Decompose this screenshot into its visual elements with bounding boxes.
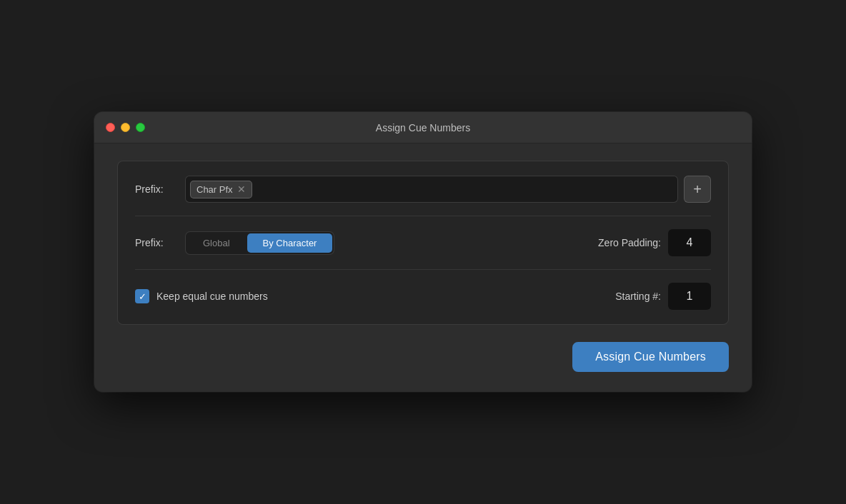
zero-padding-input[interactable] xyxy=(668,229,711,256)
prefix-label-1: Prefix: xyxy=(135,183,185,195)
segment-global[interactable]: Global xyxy=(187,233,246,253)
assign-cue-numbers-button[interactable]: Assign Cue Numbers xyxy=(572,342,729,372)
window-title: Assign Cue Numbers xyxy=(376,122,470,133)
zero-padding-group: Zero Padding: xyxy=(598,229,711,256)
window-content: Prefix: Char Pfx ✕ + Prefix: Global xyxy=(94,143,752,392)
add-prefix-button[interactable]: + xyxy=(684,176,711,203)
plus-icon: + xyxy=(693,181,702,198)
keep-equal-checkbox[interactable]: ✓ xyxy=(135,289,149,303)
prefix-input-row: Prefix: Char Pfx ✕ + xyxy=(135,176,711,203)
keep-equal-label: Keep equal cue numbers xyxy=(156,291,268,302)
prefix-segmented-row: Prefix: Global By Character Zero Padding… xyxy=(135,229,711,256)
segment-by-character[interactable]: By Character xyxy=(247,233,333,253)
checkmark-icon: ✓ xyxy=(139,292,146,301)
prefix-text-input[interactable] xyxy=(255,183,673,195)
main-window: Assign Cue Numbers Prefix: Char Pfx ✕ + xyxy=(94,112,752,392)
prefix-segmented-control: Global By Character xyxy=(185,231,334,255)
prefix-tag: Char Pfx ✕ xyxy=(190,181,252,198)
options-row: ✓ Keep equal cue numbers Starting #: xyxy=(135,283,711,310)
starting-number-input[interactable] xyxy=(668,283,711,310)
titlebar: Assign Cue Numbers xyxy=(94,112,752,143)
action-row: Assign Cue Numbers xyxy=(117,339,729,372)
prefix-label-2: Prefix: xyxy=(135,237,185,248)
minimize-button[interactable] xyxy=(121,123,130,132)
zero-padding-label: Zero Padding: xyxy=(598,237,661,248)
divider-2 xyxy=(135,269,711,270)
tag-close-icon[interactable]: ✕ xyxy=(237,184,246,194)
starting-label: Starting #: xyxy=(615,291,661,302)
prefix-tag-input[interactable]: Char Pfx ✕ xyxy=(185,176,678,203)
divider-1 xyxy=(135,216,711,216)
checkbox-row: ✓ Keep equal cue numbers xyxy=(135,289,268,303)
traffic-lights xyxy=(106,123,145,132)
tag-text: Char Pfx xyxy=(196,184,233,195)
settings-panel: Prefix: Char Pfx ✕ + Prefix: Global xyxy=(117,161,729,325)
close-button[interactable] xyxy=(106,123,115,132)
starting-group: Starting #: xyxy=(615,283,711,310)
maximize-button[interactable] xyxy=(136,123,145,132)
